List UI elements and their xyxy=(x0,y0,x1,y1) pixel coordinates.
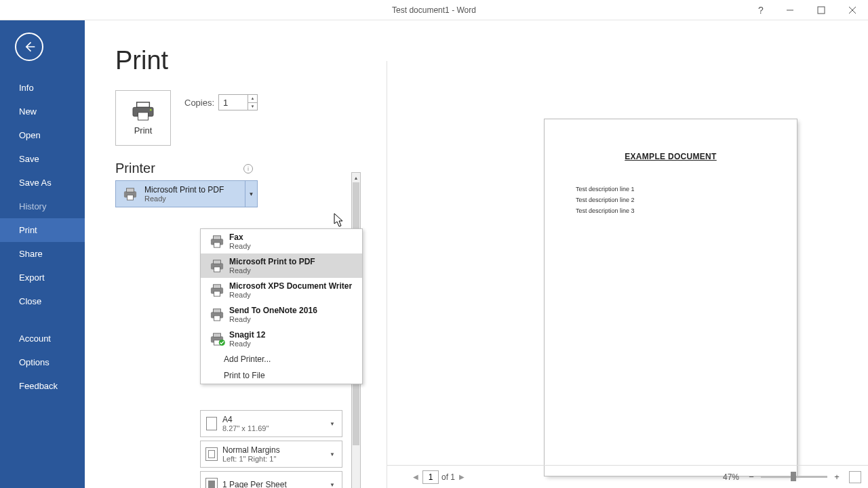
preview-text-line: Test description line 1 xyxy=(576,186,797,192)
backstage-sidebar: InfoNewOpenSaveSave AsHistoryPrintShareE… xyxy=(0,20,85,488)
zoom-in-button[interactable]: + xyxy=(831,472,842,483)
zoom-slider[interactable] xyxy=(761,476,827,478)
svg-point-7 xyxy=(150,108,152,110)
printer-info-icon[interactable]: i xyxy=(243,164,253,174)
print-button-label: Print xyxy=(134,125,153,136)
printer-icon xyxy=(208,332,226,346)
printer-option[interactable]: FaxReady xyxy=(201,229,362,253)
copies-up-button[interactable]: ▲ xyxy=(248,95,257,103)
printer-option-status: Ready xyxy=(229,315,358,323)
zoom-percent-label: 47% xyxy=(723,472,739,482)
minimize-button[interactable] xyxy=(774,0,806,20)
svg-rect-16 xyxy=(214,267,220,272)
page-icon xyxy=(206,417,217,430)
sidebar-item-history[interactable]: History xyxy=(0,195,85,218)
titlebar: Test document1 - Word ? xyxy=(0,0,868,20)
close-button[interactable] xyxy=(837,0,868,20)
chevron-down-icon: ▼ xyxy=(330,421,342,427)
print-button[interactable]: Print xyxy=(115,90,171,146)
preview-doc-title: EXAMPLE DOCUMENT xyxy=(545,152,797,161)
pages-per-sheet-dropdown[interactable]: 1 Page Per Sheet ▼ xyxy=(200,471,342,488)
printer-icon xyxy=(208,259,226,272)
zoom-slider-thumb[interactable] xyxy=(791,472,796,481)
mouse-cursor-icon xyxy=(334,213,344,228)
sidebar-item-export[interactable]: Export xyxy=(0,266,85,289)
next-page-button[interactable]: ▶ xyxy=(458,472,466,482)
svg-rect-12 xyxy=(214,236,221,239)
maximize-button[interactable] xyxy=(806,0,837,20)
margins-detail: Left: 1" Right: 1" xyxy=(222,455,330,463)
zoom-fit-button[interactable] xyxy=(849,471,861,483)
svg-rect-9 xyxy=(127,188,134,192)
sidebar-item-print[interactable]: Print xyxy=(0,218,85,242)
page-number-input[interactable] xyxy=(422,470,439,484)
svg-rect-4 xyxy=(137,102,150,107)
printer-option-name: Send To OneNote 2016 xyxy=(229,306,358,315)
margins-dropdown[interactable]: Normal Margins Left: 1" Right: 1" ▼ xyxy=(200,441,342,468)
margins-icon xyxy=(205,447,218,461)
sidebar-item-options[interactable]: Options xyxy=(0,350,85,374)
printer-option-status: Ready xyxy=(229,266,358,274)
printer-option-name: Microsoft XPS Document Writer xyxy=(229,281,358,291)
sidebar-item-close[interactable]: Close xyxy=(0,289,85,313)
margins-name: Normal Margins xyxy=(222,445,330,455)
back-button[interactable] xyxy=(15,33,43,61)
sidebar-item-save[interactable]: Save xyxy=(0,147,85,171)
printer-option-name: Microsoft Print to PDF xyxy=(229,257,358,266)
help-button[interactable]: ? xyxy=(747,0,774,20)
svg-rect-1 xyxy=(818,7,825,14)
pages-per-sheet-label: 1 Page Per Sheet xyxy=(222,480,330,488)
svg-rect-6 xyxy=(138,112,149,119)
page-total-label: of 1 xyxy=(441,472,455,482)
window-title: Test document1 - Word xyxy=(392,5,476,15)
selected-printer-status: Ready xyxy=(144,195,245,203)
svg-rect-13 xyxy=(214,243,220,247)
sidebar-item-new[interactable]: New xyxy=(0,100,85,123)
print-preview: EXAMPLE DOCUMENT Test description line 1… xyxy=(387,61,868,465)
selected-printer-name: Microsoft Print to PDF xyxy=(144,185,245,195)
svg-rect-18 xyxy=(214,285,221,288)
printer-option-status: Ready xyxy=(229,291,358,299)
scroll-up-button[interactable]: ▲ xyxy=(352,173,360,182)
copies-value[interactable]: 1 xyxy=(219,98,248,108)
chevron-down-icon: ▼ xyxy=(330,482,342,488)
svg-rect-22 xyxy=(214,316,220,321)
copies-input[interactable]: 1 ▲ ▼ xyxy=(218,94,258,110)
sidebar-item-save-as[interactable]: Save As xyxy=(0,171,85,195)
sidebar-item-info[interactable]: Info xyxy=(0,76,85,100)
paper-size-dropdown[interactable]: A4 8.27" x 11.69" ▼ xyxy=(200,410,342,437)
page-per-sheet-icon xyxy=(205,478,218,488)
printer-dropdown[interactable]: Microsoft Print to PDF Ready ▼ xyxy=(115,180,258,207)
dropdown-arrow-icon[interactable]: ▼ xyxy=(245,181,257,207)
preview-page: EXAMPLE DOCUMENT Test description line 1… xyxy=(545,119,797,476)
prev-page-button[interactable]: ◀ xyxy=(412,472,420,482)
printer-icon xyxy=(208,308,226,321)
chevron-down-icon: ▼ xyxy=(330,451,342,458)
sidebar-item-open[interactable]: Open xyxy=(0,123,85,147)
printer-option[interactable]: Send To OneNote 2016Ready xyxy=(201,302,362,327)
svg-rect-19 xyxy=(214,291,220,296)
paper-dims: 8.27" x 11.69" xyxy=(222,424,330,432)
preview-text-line: Test description line 2 xyxy=(576,197,797,203)
svg-rect-24 xyxy=(214,333,221,337)
printer-option-name: Snagit 12 xyxy=(229,330,358,340)
printer-icon xyxy=(208,283,226,297)
printer-icon xyxy=(121,187,139,201)
sidebar-item-share[interactable]: Share xyxy=(0,242,85,266)
printer-section-title: Printer xyxy=(115,161,155,176)
zoom-out-button[interactable]: − xyxy=(746,472,757,483)
sidebar-item-feedback[interactable]: Feedback xyxy=(0,374,85,398)
printer-option[interactable]: Microsoft XPS Document WriterReady xyxy=(201,278,362,302)
sidebar-item-account[interactable]: Account xyxy=(0,327,85,350)
svg-rect-10 xyxy=(127,195,133,200)
printer-option-name: Fax xyxy=(229,232,358,242)
copies-down-button[interactable]: ▼ xyxy=(248,103,257,110)
svg-rect-21 xyxy=(214,309,221,312)
printer-extra-option[interactable]: Add Printer... xyxy=(201,351,362,367)
printer-option-status: Ready xyxy=(229,242,358,250)
printer-extra-option[interactable]: Print to File xyxy=(201,367,362,384)
printer-option[interactable]: Snagit 12Ready xyxy=(201,327,362,351)
printer-dropdown-list: FaxReadyMicrosoft Print to PDFReadyMicro… xyxy=(200,228,363,384)
printer-option[interactable]: Microsoft Print to PDFReady xyxy=(201,253,362,278)
svg-rect-15 xyxy=(214,260,221,264)
